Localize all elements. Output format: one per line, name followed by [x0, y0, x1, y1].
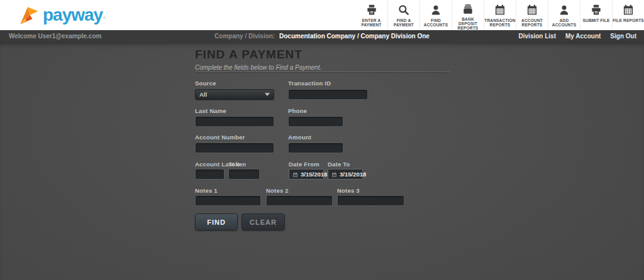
app-header: payway ENTER APAYMENT — [0, 0, 644, 30]
printer-icon — [590, 3, 602, 17]
nav-submit-file[interactable]: SUBMIT FILE — [580, 0, 612, 30]
person-icon — [430, 3, 442, 17]
source-select[interactable]: All — [195, 89, 274, 100]
find-button[interactable]: FIND — [195, 213, 238, 230]
chevron-down-icon — [265, 93, 270, 96]
payway-bird-icon — [16, 3, 42, 28]
status-bar: Welcome User1@example.com Company / Divi… — [0, 30, 644, 42]
my-account-link[interactable]: My Account — [565, 33, 601, 40]
person-icon — [558, 3, 570, 17]
division-list-link[interactable]: Division List — [519, 33, 556, 40]
search-icon — [397, 3, 410, 17]
account-number-input[interactable] — [195, 143, 274, 153]
nav-find-a-payment[interactable]: FIND APAYMENT — [387, 0, 419, 30]
date-to-value: 3/15/2018 — [340, 171, 366, 178]
calendar-icon — [622, 3, 635, 17]
amount-label: Amount — [288, 134, 311, 141]
deposit-icon — [462, 3, 474, 16]
notes3-label: Notes 3 — [337, 187, 360, 194]
company-division-label: Company / Division: — [214, 33, 275, 40]
nav-find-accounts[interactable]: FINDACCOUNTS — [419, 0, 452, 30]
notes2-label: Notes 2 — [266, 187, 289, 194]
notes2-input[interactable] — [266, 195, 333, 206]
nav-file-reports[interactable]: FILE REPORTS — [612, 0, 644, 30]
token-label: Token — [228, 161, 246, 168]
source-label: Source — [195, 80, 216, 87]
date-from-input[interactable]: 3/15/2018 — [289, 169, 324, 180]
calendar-icon — [494, 3, 506, 17]
page-title: FIND A PAYMENT — [195, 48, 303, 62]
transaction-id-input[interactable] — [288, 89, 368, 100]
account-number-label: Account Number — [195, 134, 245, 141]
last-name-label: Last Name — [195, 107, 226, 114]
title-divider — [195, 72, 450, 72]
phone-input[interactable] — [288, 116, 343, 127]
main-content: FIND A PAYMENT Complete the fields below… — [0, 42, 644, 280]
token-input[interactable] — [228, 169, 260, 180]
date-to-input[interactable]: 3/15/2018 — [328, 169, 363, 180]
company-division-value: Documentation Company / Company Division… — [279, 33, 430, 40]
calendar-icon — [331, 169, 337, 180]
date-to-label: Date To — [328, 161, 350, 168]
nav-bank-deposit-reports[interactable]: BANK DEPOSITREPORTS — [452, 0, 484, 30]
main-nav: ENTER APAYMENT FIND APAYMENT — [355, 0, 644, 30]
notes3-input[interactable] — [337, 195, 404, 206]
payway-logo[interactable]: payway — [16, 3, 106, 28]
calendar-icon — [526, 3, 538, 17]
nav-account-reports[interactable]: ACCOUNTREPORTS — [516, 0, 548, 30]
nav-transaction-reports[interactable]: TRANSACTIONREPORTS — [484, 0, 516, 30]
trademark-dot — [103, 16, 106, 19]
notes1-input[interactable] — [195, 195, 261, 206]
phone-label: Phone — [288, 107, 307, 114]
date-from-value: 3/15/2018 — [301, 171, 327, 178]
transaction-id-label: Transaction ID — [288, 80, 331, 87]
sign-out-link[interactable]: Sign Out — [610, 33, 636, 40]
nav-add-accounts[interactable]: ADD ACCOUNTS — [548, 0, 580, 30]
page-subtitle: Complete the fields below to Find a Paym… — [195, 64, 321, 71]
logo-wordmark: payway — [43, 3, 103, 28]
account-last4-input[interactable] — [195, 169, 225, 180]
account-links: Division List My Account Sign Out — [519, 33, 636, 40]
clear-button[interactable]: CLEAR — [242, 213, 285, 230]
source-selected-value: All — [199, 91, 265, 98]
printer-icon — [365, 3, 378, 17]
notes1-label: Notes 1 — [195, 187, 218, 194]
calendar-icon — [292, 169, 298, 180]
last-name-input[interactable] — [195, 116, 274, 127]
amount-input[interactable] — [288, 143, 343, 153]
date-from-label: Date From — [289, 161, 319, 168]
nav-enter-a-payment[interactable]: ENTER APAYMENT — [355, 0, 387, 30]
